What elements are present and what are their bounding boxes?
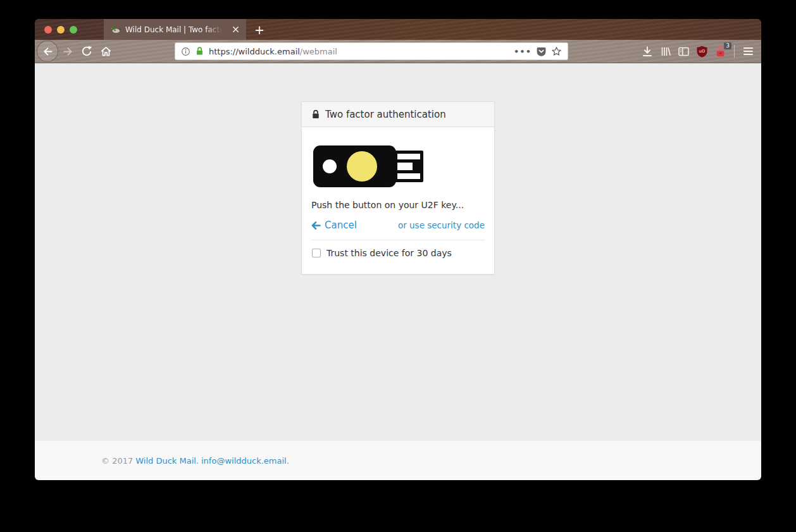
tab-title: Wild Duck Mail | Two factor auth bbox=[125, 25, 225, 34]
page-actions-icon[interactable]: ••• bbox=[514, 47, 532, 56]
brand-link[interactable]: Wild Duck Mail. bbox=[135, 456, 199, 466]
reload-button[interactable] bbox=[77, 42, 96, 61]
copyright-text: © 2017 bbox=[101, 456, 133, 466]
window-controls bbox=[35, 19, 77, 40]
url-host: https://wildduck.email bbox=[209, 47, 300, 56]
panel-body: Push the button on your U2F key... Cance… bbox=[302, 127, 494, 274]
ublock-origin-icon[interactable]: uO bbox=[693, 42, 711, 61]
close-window-button[interactable] bbox=[44, 26, 52, 34]
page-footer: © 2017 Wild Duck Mail. info@wildduck.ema… bbox=[35, 441, 761, 480]
site-info-icon[interactable] bbox=[181, 47, 190, 56]
instruction-text: Push the button on your U2F key... bbox=[311, 200, 485, 210]
minimize-window-button[interactable] bbox=[57, 26, 65, 34]
tab-favicon-duck-icon bbox=[111, 25, 121, 34]
panel-header: Two factor authentication bbox=[302, 102, 494, 127]
url-path: /webmail bbox=[300, 47, 337, 56]
https-lock-icon[interactable] bbox=[195, 46, 204, 56]
divider bbox=[311, 240, 485, 240]
menu-hamburger-icon[interactable] bbox=[739, 42, 757, 61]
new-tab-button[interactable]: + bbox=[250, 19, 269, 40]
trust-device-label[interactable]: Trust this device for 30 days bbox=[326, 248, 452, 258]
extension-lock-icon[interactable]: 3 bbox=[711, 42, 730, 61]
tab-close-icon[interactable] bbox=[230, 24, 241, 35]
u2f-key-image bbox=[313, 144, 485, 189]
tab-strip: Wild Duck Mail | Two factor auth + bbox=[35, 19, 761, 40]
page-content: Two factor authentication Push the bbox=[35, 63, 761, 441]
sidebar-toggle-icon[interactable] bbox=[675, 42, 693, 61]
home-button[interactable] bbox=[96, 42, 115, 61]
navigation-toolbar: https://wildduck.email/webmail ••• bbox=[35, 40, 761, 63]
bookmark-star-icon[interactable] bbox=[551, 46, 562, 57]
cancel-link[interactable]: Cancel bbox=[311, 220, 357, 231]
back-button[interactable] bbox=[37, 40, 58, 62]
lock-icon bbox=[311, 109, 320, 120]
two-factor-panel: Two factor authentication Push the bbox=[301, 101, 495, 275]
browser-window: Wild Duck Mail | Two factor auth + bbox=[35, 19, 761, 480]
ublock-label: uO bbox=[699, 49, 705, 54]
tab-wild-duck-mail[interactable]: Wild Duck Mail | Two factor auth bbox=[104, 19, 246, 40]
trust-device-row[interactable]: Trust this device for 30 days bbox=[312, 248, 485, 258]
downloads-icon[interactable] bbox=[638, 42, 656, 61]
forward-button[interactable] bbox=[58, 42, 77, 61]
address-bar[interactable]: https://wildduck.email/webmail ••• bbox=[175, 42, 568, 60]
url-text: https://wildduck.email/webmail bbox=[209, 47, 337, 56]
toolbar-separator bbox=[734, 45, 735, 58]
zoom-window-button[interactable] bbox=[70, 26, 77, 34]
link-row: Cancel or use security code bbox=[311, 220, 485, 231]
arrow-left-icon bbox=[311, 221, 321, 230]
panel-title: Two factor authentication bbox=[325, 109, 446, 120]
extension-badge: 3 bbox=[724, 42, 731, 49]
email-link[interactable]: info@wildduck.email. bbox=[201, 456, 289, 466]
use-security-code-link[interactable]: or use security code bbox=[398, 220, 485, 230]
library-icon[interactable] bbox=[656, 42, 675, 61]
pocket-icon[interactable] bbox=[536, 46, 547, 57]
trust-device-checkbox[interactable] bbox=[312, 249, 321, 257]
